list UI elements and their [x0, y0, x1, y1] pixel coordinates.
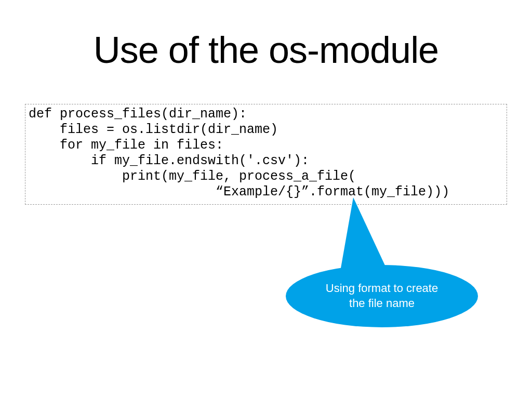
code-line-5: print(my_file, process_a_file(: [29, 169, 356, 184]
callout-line-1: Using format to create: [326, 282, 438, 295]
callout-text: Using format to create the file name: [326, 281, 438, 311]
code-line-4: if my_file.endswith('.csv'):: [29, 153, 309, 168]
callout-line-2: the file name: [349, 297, 415, 310]
callout-bubble: Using format to create the file name: [286, 265, 478, 327]
code-line-2: files = os.listdir(dir_name): [29, 122, 278, 137]
code-block: def process_files(dir_name): files = os.…: [25, 104, 507, 205]
slide-title: Use of the os-module: [0, 29, 532, 71]
code-line-1: def process_files(dir_name):: [29, 107, 247, 122]
slide: Use of the os-module def process_files(d…: [0, 0, 532, 399]
code-line-3: for my_file in files:: [29, 138, 223, 153]
callout: Using format to create the file name: [275, 197, 494, 338]
